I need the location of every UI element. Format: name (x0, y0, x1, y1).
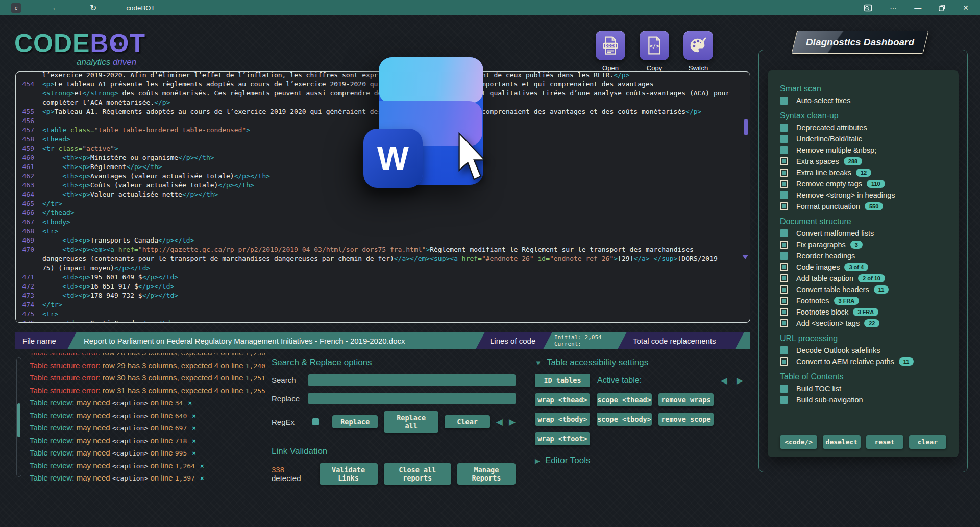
regex-checkbox[interactable] (312, 418, 319, 425)
checklist-item[interactable]: Remove <strong> in headings (780, 191, 946, 199)
checkbox[interactable] (780, 191, 788, 199)
collapse-chevron-icon[interactable]: ▼ (535, 359, 542, 367)
checklist-item[interactable]: Add table caption2 of 10 (780, 274, 946, 282)
checklist-item[interactable]: Decode Outlook safelinks (780, 346, 946, 354)
checklist-item[interactable]: Deprecated attributes (780, 124, 946, 132)
restore-icon[interactable] (939, 5, 945, 11)
checkbox[interactable] (780, 346, 788, 354)
next-table-icon[interactable]: ▶ (737, 375, 743, 386)
replace-all-button[interactable]: Replace all (384, 411, 438, 433)
checkbox[interactable] (780, 263, 788, 271)
dismiss-icon[interactable]: × (192, 449, 196, 457)
checkbox[interactable] (780, 319, 788, 327)
minimize-icon[interactable]: — (914, 4, 921, 12)
checkbox[interactable] (780, 135, 788, 143)
checkbox[interactable] (780, 202, 788, 210)
editor-tools-header[interactable]: Editor Tools (545, 456, 591, 466)
switch-button[interactable]: Switch (681, 31, 715, 72)
search-input[interactable] (308, 374, 516, 386)
tab-search-icon[interactable] (864, 4, 872, 12)
app-window: c ← ↻ codeBOT ⋯ — ✕ CODEBOT analytics dr… (0, 0, 980, 527)
checkbox[interactable] (780, 180, 788, 188)
editor-scroll-down-icon[interactable] (742, 255, 748, 259)
checklist-item[interactable]: Extra line breaks12 (780, 169, 946, 177)
remove-scope-button[interactable]: remove scope (658, 413, 714, 426)
message-text: Table review: (30, 436, 75, 445)
next-match-icon[interactable]: ▶ (509, 417, 516, 427)
checklist-item[interactable]: Reorder headings (780, 252, 946, 260)
line-number: 470 (16, 245, 42, 273)
checkbox[interactable] (780, 124, 788, 132)
dismiss-icon[interactable]: × (200, 462, 204, 470)
checklist-item[interactable]: Build TOC list (780, 385, 946, 393)
checklist-item[interactable]: Remove multiple &nbsp; (780, 146, 946, 154)
wrap-tfoot-button[interactable]: wrap <tfoot> (535, 432, 590, 445)
checkbox[interactable] (780, 274, 788, 282)
dismiss-icon[interactable]: × (188, 399, 192, 407)
prev-table-icon[interactable]: ◀ (721, 375, 727, 386)
checkbox[interactable] (780, 252, 788, 260)
replace-input[interactable] (308, 393, 516, 404)
checklist-item[interactable]: Auto-select fixes (780, 97, 946, 105)
refresh-icon[interactable]: ↻ (90, 3, 96, 13)
dashboard-footer-button[interactable]: clear (909, 435, 946, 449)
dismiss-icon[interactable]: × (192, 437, 196, 445)
copy-button[interactable]: </>Copy (638, 31, 671, 72)
checklist-item[interactable]: Format punctuation550 (780, 202, 946, 210)
close-icon[interactable]: ✕ (963, 4, 969, 12)
checkbox[interactable] (780, 297, 788, 305)
wrap-tbody-button[interactable]: wrap <tbody> (535, 413, 590, 426)
dismiss-icon[interactable]: × (200, 474, 204, 482)
open-button[interactable]: DOCXOpen (594, 31, 627, 72)
message-text: may need (75, 448, 112, 457)
editor-scrollbar-thumb[interactable] (744, 119, 748, 135)
checkbox[interactable] (780, 396, 788, 404)
checkbox[interactable] (780, 308, 788, 316)
checkbox[interactable] (780, 357, 788, 366)
checklist-item[interactable]: Footnotes block3 FRA (780, 308, 946, 316)
checklist-item[interactable]: Extra spaces288 (780, 157, 946, 165)
back-icon[interactable]: ← (52, 3, 60, 13)
manage-reports-button[interactable]: Manage Reports (457, 463, 516, 485)
checkbox[interactable] (780, 241, 788, 249)
robot-eyes-icon (113, 42, 122, 46)
checklist-item[interactable]: Build sub-navigation (780, 396, 946, 404)
dismiss-icon[interactable]: × (192, 424, 196, 432)
expand-chevron-icon[interactable]: ▶ (535, 457, 540, 465)
checkbox[interactable] (780, 169, 788, 177)
code-token: <caption> (112, 424, 148, 432)
checkbox[interactable] (780, 97, 788, 105)
checklist-item[interactable]: Convert malformed lists (780, 229, 946, 237)
dashboard-footer-button[interactable]: <code/> (780, 435, 817, 449)
checklist-item[interactable]: Remove empty tags110 (780, 180, 946, 188)
checkbox[interactable] (780, 146, 788, 154)
more-menu-icon[interactable]: ⋯ (890, 4, 897, 12)
checklist-item[interactable]: Fix paragraphs3 (780, 241, 946, 249)
checklist-item[interactable]: Underline/Bold/Italic (780, 135, 946, 143)
scope-thead-button[interactable]: scope <thead> (597, 393, 652, 406)
scope-tbody-button[interactable]: scope <tbody> (597, 413, 652, 426)
dashboard-footer-button[interactable]: reset (866, 435, 903, 449)
dismiss-icon[interactable]: × (192, 412, 196, 420)
checkbox[interactable] (780, 385, 788, 393)
checklist-item[interactable]: Add <section> tags22 (780, 319, 946, 327)
checklist-item[interactable]: Convert to AEM relative paths11 (780, 357, 946, 366)
code-token: <caption> (112, 437, 148, 445)
checkbox[interactable] (780, 229, 788, 237)
close-all-reports-button[interactable]: Close all reports (384, 463, 451, 485)
console-message: Table structure error: row 28 has 3 colu… (30, 353, 272, 360)
checklist-item[interactable]: Code images3 of 4 (780, 263, 946, 271)
message-text: Table review: (30, 411, 75, 420)
wrap-thead-button[interactable]: wrap <thead> (535, 393, 590, 406)
checklist-item[interactable]: Footnotes3 FRA (780, 297, 946, 305)
replace-button[interactable]: Replace (332, 415, 378, 428)
id-tables-button[interactable]: ID tables (535, 374, 590, 387)
prev-match-icon[interactable]: ◀ (496, 417, 503, 427)
validate-links-button[interactable]: Validate Links (320, 463, 378, 485)
dashboard-footer-button[interactable]: deselect (823, 435, 860, 449)
remove-wraps-button[interactable]: remove wraps (658, 393, 714, 406)
checkbox[interactable] (780, 157, 788, 165)
checklist-item[interactable]: Convert table headers11 (780, 285, 946, 294)
clear-button[interactable]: Clear (445, 415, 490, 428)
checkbox[interactable] (780, 285, 788, 294)
